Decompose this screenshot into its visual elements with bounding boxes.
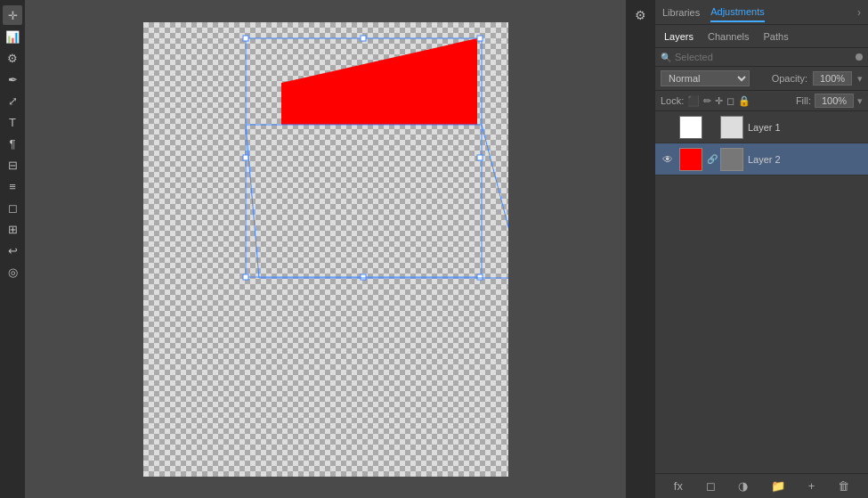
handle-tl[interactable]	[243, 36, 248, 41]
adjustment-button[interactable]: ◑	[738, 479, 748, 493]
camera-tool[interactable]: ◎	[3, 262, 22, 282]
lock-icons: ⬛ ✏ ✛ ◻ 🔒	[687, 95, 750, 107]
layer-2-thumb-svg	[680, 149, 702, 171]
text-tool[interactable]: T	[3, 112, 22, 132]
layers-search-input[interactable]	[675, 52, 852, 62]
crop-tool[interactable]: ⊟	[3, 155, 22, 175]
grid-tool[interactable]: ⊞	[3, 219, 22, 239]
svg-marker-1	[680, 151, 702, 171]
layers-sub-tabs: Layers Channels Paths	[655, 25, 868, 48]
properties-btn[interactable]: ⚙	[630, 5, 650, 25]
opacity-label: Opacity:	[772, 73, 807, 84]
paragraph-tool[interactable]: ¶	[3, 134, 22, 153]
layer-2-visibility-toggle[interactable]: 👁	[661, 152, 675, 167]
tab-paths[interactable]: Paths	[760, 29, 792, 44]
search-icon: 🔍	[661, 53, 671, 62]
add-mask-button[interactable]: ◻	[706, 479, 716, 493]
lock-pixel-icon[interactable]: ⬛	[687, 95, 700, 107]
fx-button[interactable]: fx	[674, 479, 683, 493]
opacity-input[interactable]: 100%	[813, 71, 852, 86]
history-brush-tool[interactable]: 📊	[3, 27, 22, 46]
handle-bm[interactable]	[361, 274, 366, 280]
layer-1-visibility-toggle[interactable]	[661, 120, 675, 135]
layers-list: Layer 1 👁 🔗 Layer 2	[655, 111, 868, 473]
layer-2-name: Layer 2	[748, 154, 863, 165]
fill-label: Fill:	[796, 95, 811, 106]
tab-channels[interactable]: Channels	[704, 29, 752, 44]
lock-lock-icon[interactable]: 🔒	[738, 95, 750, 107]
red-shape	[281, 38, 477, 125]
layer-1-name: Layer 1	[748, 122, 863, 133]
delete-layer-button[interactable]: 🗑	[838, 479, 849, 493]
search-filter-dot[interactable]	[856, 53, 863, 61]
layer-1-mask-thumbnail	[720, 116, 743, 139]
lock-artboard-icon[interactable]: ✛	[715, 95, 723, 107]
blend-opacity-row: Normal Dissolve Multiply Screen Overlay …	[655, 67, 868, 91]
layer-1-thumbnail	[679, 116, 702, 139]
layer-item[interactable]: Layer 1	[655, 111, 868, 143]
panel-top-tabs: Libraries Adjustments ›	[655, 0, 868, 25]
handle-ml[interactable]	[243, 155, 248, 160]
layer-item[interactable]: 👁 🔗 Layer 2	[655, 143, 868, 176]
handle-tr[interactable]	[477, 36, 483, 41]
lock-position-icon[interactable]: ✏	[703, 95, 711, 107]
panel-collapse-btn[interactable]: ›	[857, 6, 861, 19]
pen-tool[interactable]: ✒	[3, 69, 22, 89]
skewed-selection	[246, 125, 508, 278]
handle-bl[interactable]	[243, 274, 248, 280]
history-tool[interactable]: ↩	[3, 241, 22, 260]
lock-all-icon[interactable]: ◻	[726, 95, 734, 107]
canvas-svg	[143, 22, 508, 477]
options-tool[interactable]: ⚙	[3, 48, 22, 68]
right-section: ⚙ Libraries Adjustments › Layers Channel…	[626, 0, 868, 498]
fill-input[interactable]: 100%	[815, 94, 854, 108]
lock-fill-row: Lock: ⬛ ✏ ✛ ◻ 🔒 Fill: 100% ▾	[655, 91, 868, 111]
tab-adjustments[interactable]: Adjustments	[710, 3, 765, 22]
canvas[interactable]	[143, 22, 508, 477]
fill-arrow[interactable]: ▾	[857, 95, 863, 107]
handle-tm[interactable]	[361, 36, 366, 41]
blend-mode-select[interactable]: Normal Dissolve Multiply Screen Overlay	[661, 70, 750, 86]
tab-libraries[interactable]: Libraries	[662, 4, 700, 21]
align-tool[interactable]: ≡	[3, 176, 22, 196]
opacity-arrow[interactable]: ▾	[857, 73, 863, 85]
lock-label: Lock:	[661, 95, 684, 106]
panel-bottom-buttons: fx ◻ ◑ 📁 + 🗑	[655, 473, 868, 498]
layer-2-link-icon: 🔗	[707, 154, 716, 164]
handle-br[interactable]	[477, 274, 483, 280]
tab-layers[interactable]: Layers	[661, 29, 697, 44]
frame-tool[interactable]: ◻	[3, 198, 22, 217]
layers-search-row: 🔍	[655, 48, 868, 67]
layer-2-thumbnail	[679, 148, 702, 171]
canvas-area	[25, 0, 626, 498]
transform-tool[interactable]: ⤢	[3, 91, 22, 110]
layer-2-mask-thumbnail	[720, 148, 743, 171]
select-tool[interactable]: ✛	[3, 5, 22, 25]
layers-panel: Libraries Adjustments › Layers Channels …	[654, 0, 868, 498]
left-toolbar: ✛ 📊 ⚙ ✒ ⤢ T ¶ ⊟ ≡ ◻ ⊞ ↩ ◎	[0, 0, 25, 498]
right-icon-bar: ⚙	[626, 0, 654, 498]
handle-mr[interactable]	[477, 155, 483, 160]
new-layer-button[interactable]: +	[808, 479, 815, 493]
new-group-button[interactable]: 📁	[771, 479, 785, 493]
